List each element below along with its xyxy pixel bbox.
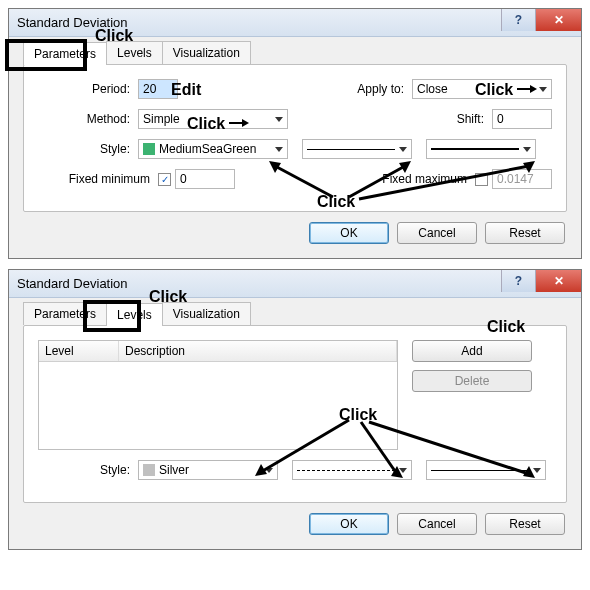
style-color-select[interactable]: Silver [138, 460, 278, 480]
tabs: Parameters Levels Visualization [23, 41, 567, 64]
grid-body[interactable] [39, 362, 397, 449]
fixed-max-checkbox[interactable] [475, 173, 488, 186]
style-color-name: Silver [159, 463, 189, 477]
fixed-max-label: Fixed maximum [375, 172, 475, 186]
levels-grid[interactable]: Level Description [38, 340, 398, 450]
help-button[interactable]: ? [501, 9, 535, 31]
tab-levels[interactable]: Levels [106, 303, 163, 326]
style-line-width-select[interactable] [426, 460, 546, 480]
dialog-footer: OK Cancel Reset [23, 212, 567, 254]
tab-visualization[interactable]: Visualization [162, 41, 251, 64]
method-select[interactable]: Simple [138, 109, 288, 129]
ok-button[interactable]: OK [309, 513, 389, 535]
standard-deviation-dialog-parameters: Standard Deviation ? ✕ Parameters Levels… [8, 8, 582, 259]
parameters-panel: Period: Apply to: Close Method: Simple S… [23, 64, 567, 212]
style-line-type-select[interactable] [302, 139, 412, 159]
tab-visualization[interactable]: Visualization [162, 302, 251, 325]
shift-label: Shift: [422, 112, 492, 126]
tab-parameters[interactable]: Parameters [23, 42, 107, 65]
titlebar: Standard Deviation ? ✕ [9, 9, 581, 37]
close-button[interactable]: ✕ [535, 270, 581, 292]
style-label: Style: [38, 463, 138, 477]
col-level: Level [39, 341, 119, 361]
levels-panel: Level Description Add Delete Style: Silv… [23, 325, 567, 503]
window-title: Standard Deviation [17, 276, 128, 291]
period-input[interactable] [138, 79, 178, 99]
dialog-footer: OK Cancel Reset [23, 503, 567, 545]
standard-deviation-dialog-levels: Standard Deviation ? ✕ Parameters Levels… [8, 269, 582, 550]
fixed-min-checkbox[interactable]: ✓ [158, 173, 171, 186]
fixed-min-label: Fixed minimum [38, 172, 158, 186]
close-button[interactable]: ✕ [535, 9, 581, 31]
period-label: Period: [38, 82, 138, 96]
style-swatch [143, 464, 155, 476]
add-button[interactable]: Add [412, 340, 532, 362]
style-line-type-select[interactable] [292, 460, 412, 480]
applyto-value: Close [417, 82, 448, 96]
reset-button[interactable]: Reset [485, 222, 565, 244]
col-description: Description [119, 341, 397, 361]
applyto-select[interactable]: Close [412, 79, 552, 99]
cancel-button[interactable]: Cancel [397, 222, 477, 244]
method-value: Simple [143, 112, 180, 126]
tab-levels[interactable]: Levels [106, 41, 163, 64]
style-label: Style: [38, 142, 138, 156]
style-color-name: MediumSeaGreen [159, 142, 256, 156]
fixed-min-input[interactable] [175, 169, 235, 189]
ok-button[interactable]: OK [309, 222, 389, 244]
method-label: Method: [38, 112, 138, 126]
cancel-button[interactable]: Cancel [397, 513, 477, 535]
applyto-label: Apply to: [342, 82, 412, 96]
delete-button: Delete [412, 370, 532, 392]
reset-button[interactable]: Reset [485, 513, 565, 535]
style-swatch [143, 143, 155, 155]
help-button[interactable]: ? [501, 270, 535, 292]
style-color-select[interactable]: MediumSeaGreen [138, 139, 288, 159]
style-line-width-select[interactable] [426, 139, 536, 159]
fixed-max-input [492, 169, 552, 189]
titlebar: Standard Deviation ? ✕ [9, 270, 581, 298]
tab-parameters[interactable]: Parameters [23, 302, 107, 325]
tabs: Parameters Levels Visualization [23, 302, 567, 325]
window-title: Standard Deviation [17, 15, 128, 30]
grid-header: Level Description [39, 341, 397, 362]
shift-input[interactable] [492, 109, 552, 129]
